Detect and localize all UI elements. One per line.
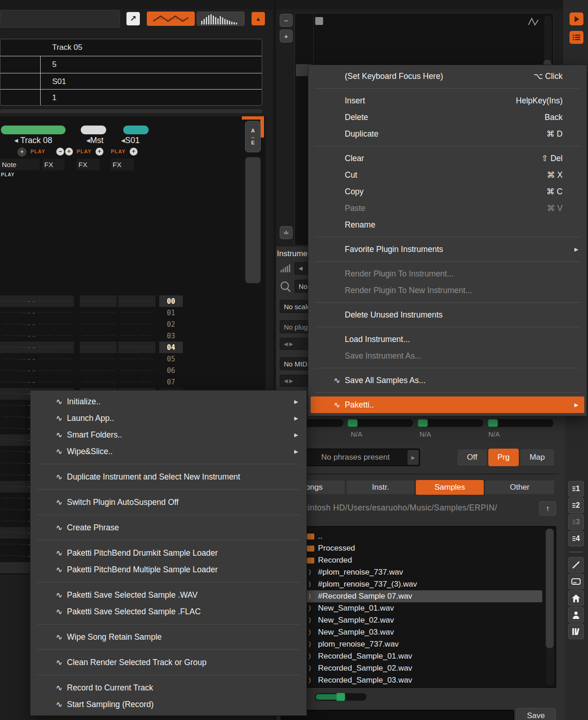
send-fx-cell[interactable]: ···· ···· ···· ···· (118, 365, 156, 377)
macro-slider-handle[interactable] (418, 419, 428, 427)
file-row[interactable]: plom_renoise_737.wav (281, 638, 542, 650)
master-color-bar[interactable] (81, 126, 106, 134)
master-fx-cell[interactable]: ···· ···· ···· ···· (80, 295, 117, 307)
send-play-button[interactable]: PLAY (111, 149, 126, 154)
pattern-row[interactable]: ···· ···· – – – – ···· ···· ···· ···· ··… (0, 330, 265, 342)
send-title[interactable]: ◀S01 (111, 136, 150, 145)
note-cell[interactable]: ···· ···· – – – – ···· ···· ···· ···· (0, 307, 74, 318)
play-button[interactable] (570, 12, 583, 25)
prehear-volume-handle[interactable] (336, 693, 345, 701)
pattern-row[interactable]: ···· ···· – – – – ···· ···· ···· ···· ··… (0, 318, 265, 330)
phrase-prg-button[interactable]: Prg (488, 449, 519, 466)
menu-item[interactable]: ∿ Paketti Save Selected Sample .FLAC (30, 603, 306, 620)
master-fx-cell[interactable]: ···· ···· ···· ···· (80, 318, 117, 330)
master-fx-cell[interactable]: ···· ···· ···· ···· (80, 365, 117, 377)
menu-item[interactable]: ∿ Clean Render Selected Track or Group (30, 654, 306, 671)
file-row[interactable]: New_Sample_03.wav (281, 626, 542, 638)
track-title[interactable]: ◀ Track 08 (1, 136, 66, 145)
note-cell[interactable]: ···· ···· – – – – ···· ···· ···· ···· (0, 365, 74, 377)
disk-drive-button[interactable] (568, 574, 584, 589)
master-fx-cell[interactable]: ···· ···· ···· ···· (80, 330, 117, 342)
menu-item[interactable]: Save Instrument As... (308, 348, 587, 364)
file-row[interactable]: Recorded_Sample_01.wav (281, 650, 542, 662)
spectrum-scope-button[interactable] (197, 12, 245, 26)
master-fx-cell[interactable]: ···· ···· ···· ···· (80, 342, 117, 353)
file-row[interactable]: Processed (281, 542, 542, 554)
note-cell[interactable]: ···· ···· – – – – ···· ···· ···· ···· (0, 377, 74, 388)
menu-item[interactable]: ∿ Wipe&Slice.. (30, 443, 306, 460)
collapse-icon[interactable]: ◀ (86, 138, 90, 143)
menu-item[interactable]: Render Plugin To New Instrument... (308, 282, 587, 299)
tab-instr[interactable]: Instr. (346, 480, 415, 495)
send-color-bar[interactable] (123, 126, 149, 134)
menu-item[interactable]: ∿ Paketti.. (311, 396, 584, 413)
phrase-map-button[interactable]: Map (520, 449, 555, 466)
menu-item[interactable]: ∿ Duplicate Instrument and Select New In… (30, 468, 306, 485)
collapse-upper-frame-button[interactable]: ▲ (252, 12, 265, 25)
home-button[interactable] (568, 590, 584, 606)
note-cell[interactable]: ···· ···· – – – – ···· ···· ···· ···· (0, 354, 74, 365)
master-play-button[interactable]: PLAY (77, 149, 91, 154)
file-row[interactable]: Recorded_Sample_03.wav (281, 674, 542, 686)
menu-item[interactable]: Insert HelpKey(Ins) (308, 92, 587, 109)
favorite-slot-button[interactable]: 3 (568, 514, 584, 530)
instrument-slot[interactable] (296, 52, 312, 64)
detach-button[interactable]: ↗ (126, 12, 140, 25)
send-fx-cell[interactable]: ···· ···· ···· ···· (118, 330, 156, 342)
menu-item[interactable]: ∿ Paketti PitchBend Multiple Sample Load… (30, 561, 306, 578)
macro-slider-handle[interactable] (348, 419, 358, 427)
menu-item[interactable]: Cut ⌘ X (308, 167, 587, 183)
master-fx-cell[interactable]: ···· ···· ···· ···· (80, 354, 117, 365)
file-row[interactable]: Recorded (281, 554, 542, 566)
send-fx-cell[interactable]: ···· ···· ···· ···· (118, 354, 156, 365)
menu-item[interactable]: ∿ Switch Plugin AutoSuspend Off (30, 494, 306, 510)
expand-instrument-list-button[interactable]: + (280, 30, 293, 42)
save-button[interactable]: Save (516, 708, 556, 720)
menu-item[interactable]: ∿ Initialize.. (30, 393, 306, 410)
waveform-scope-button[interactable] (147, 12, 195, 26)
add-column-button[interactable]: + (96, 148, 103, 156)
file-row[interactable]: New_Sample_02.wav (281, 614, 542, 626)
phrase-selector[interactable]: No phrases present ▶ (295, 449, 420, 466)
library-button[interactable] (568, 624, 584, 639)
menu-item[interactable]: Delete Unused Instruments (308, 306, 587, 323)
instrument-slot[interactable] (296, 28, 312, 40)
pattern-row[interactable]: ···· ···· – – – – ···· ···· ···· ···· ··… (0, 365, 265, 377)
file-row[interactable]: New_Sample_01.wav (281, 602, 542, 614)
menu-item[interactable]: (Set Keyboard Focus Here) ⌥ Click (308, 68, 587, 84)
tab-samples[interactable]: Samples (416, 480, 484, 495)
menu-item[interactable]: Delete Back (308, 109, 587, 126)
song-comment-field[interactable] (0, 10, 120, 28)
menu-item[interactable]: Load Instrument... (308, 331, 587, 348)
menu-item[interactable]: ∿ Paketti Save Selected Sample .WAV (30, 587, 306, 603)
pattern-row[interactable]: ···· ···· – – – – ···· ···· ···· ···· ··… (0, 307, 265, 318)
favorite-slot-button[interactable]: 2 (568, 498, 584, 513)
expand-diagonal-button[interactable] (568, 557, 584, 573)
send-fx-cell[interactable]: ···· ···· ···· ···· (118, 342, 156, 353)
menu-item[interactable]: Rename (308, 216, 587, 233)
menu-item[interactable]: ∿ Wipe Song Retain Sample (30, 629, 306, 645)
menu-item[interactable]: Favorite Plugin Instruments (308, 241, 587, 258)
master-fx-cell[interactable]: ···· ···· ···· ···· (80, 377, 117, 388)
send-fx-cell[interactable]: ···· ···· ···· ···· (118, 318, 156, 330)
menu-item[interactable]: Clear ⇧ Del (308, 150, 587, 167)
remove-column-button[interactable]: − (56, 148, 64, 156)
note-cell[interactable]: ···· ···· – – – – ···· ···· ···· ···· (0, 330, 74, 342)
menu-item[interactable]: ∿ Create Phrase (30, 519, 306, 536)
file-scrollbar-thumb[interactable] (546, 528, 554, 648)
send-fx-cell[interactable]: ···· ···· ···· ···· (118, 377, 156, 388)
phrase-dropdown-arrow-icon[interactable]: ▶ (408, 450, 419, 465)
instrument-slot-box[interactable] (315, 17, 323, 25)
menu-item[interactable]: ∿ Paketti PitchBend Drumkit Sample Loade… (30, 545, 306, 561)
pattern-row[interactable]: ···· ···· – – – – ···· ···· ···· ···· ··… (0, 354, 265, 365)
filename-input[interactable] (281, 710, 514, 720)
menu-item[interactable]: ∿ Start Sampling (Record) (30, 696, 306, 713)
pattern-scrollbar[interactable] (245, 157, 261, 283)
file-row[interactable]: #plom_renoise_737_(3).wav (281, 578, 542, 590)
send-fx-cell[interactable]: ···· ···· ···· ···· (118, 295, 156, 307)
track-color-bar[interactable] (1, 126, 66, 134)
track-play-button[interactable]: PLAY (30, 149, 45, 154)
menu-item[interactable]: Paste ⌘ V (308, 200, 587, 216)
send-fx-cell[interactable]: ···· ···· ···· ···· (118, 307, 156, 318)
instrument-slot[interactable] (296, 40, 312, 52)
